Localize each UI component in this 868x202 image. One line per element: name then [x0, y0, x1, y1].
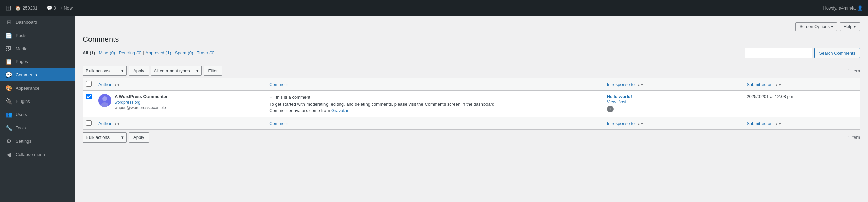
sidebar-item-posts[interactable]: 📄 Posts — [0, 29, 75, 42]
comments-table: Author ▲▼ Comment In response to ▲▼ Subm… — [83, 78, 860, 130]
submitted-date: 2025/02/01 at 12:08 pm — [747, 94, 793, 99]
select-all-footer — [83, 117, 95, 130]
response-badge: 1 — [607, 106, 614, 112]
main-content: Screen Options ▾ Help ▾ Comments All (1)… — [75, 16, 868, 202]
sort-arrows-author: ▲▼ — [114, 84, 120, 87]
comment-line-2: To get started with moderating, editing,… — [269, 102, 496, 107]
comment-line-3-prefix: Commenter avatars come from — [269, 108, 331, 113]
user-avatar[interactable]: 👤 — [857, 5, 863, 11]
pages-icon: 📋 — [5, 58, 12, 65]
sidebar-item-appearance[interactable]: 🎨 Appearance — [0, 81, 75, 95]
comments-count[interactable]: 💬 0 — [47, 5, 56, 11]
sort-arrows-author-footer: ▲▼ — [114, 123, 120, 126]
tools-icon: 🔧 — [5, 125, 12, 131]
sidebar-item-label: Users — [16, 112, 27, 117]
sidebar-item-settings[interactable]: ⚙ Settings — [0, 134, 75, 148]
comment-type-filter[interactable]: All comment types ▾ — [151, 66, 202, 76]
chevron-down-icon: ▾ — [196, 68, 199, 73]
media-icon: 🖼 — [5, 45, 12, 52]
bulk-actions-bottom-select[interactable]: Bulk actions ▾ — [83, 132, 127, 143]
collapse-icon: ◀ — [5, 151, 12, 158]
response-cell: Hello world! View Post 1 — [604, 91, 744, 117]
gravatar-link[interactable]: Gravatar — [331, 108, 348, 113]
bottom-toolbar: Bulk actions ▾ Apply 1 item — [83, 132, 860, 143]
select-all-header — [83, 78, 95, 91]
site-name[interactable]: 🏠 250201 — [15, 5, 37, 11]
sidebar-item-label: Plugins — [16, 99, 30, 104]
view-post-link[interactable]: View Post — [607, 99, 627, 104]
select-all-footer-checkbox[interactable] — [86, 120, 92, 126]
new-item-button[interactable]: + New — [60, 5, 73, 11]
author-cell: A WordPress Commenter wordpress.org wapu… — [95, 91, 266, 117]
row-checkbox[interactable] — [86, 94, 92, 99]
search-comments-button[interactable]: Search Comments — [814, 48, 860, 58]
apply-button[interactable]: Apply — [129, 66, 149, 76]
filter-button[interactable]: Filter — [204, 66, 222, 76]
collapse-menu-button[interactable]: ◀ Collapse menu — [0, 148, 75, 161]
top-bar: Screen Options ▾ Help ▾ — [83, 22, 860, 31]
sidebar-item-label: Posts — [16, 33, 27, 38]
home-icon: 🏠 — [15, 5, 21, 11]
page-title: Comments — [83, 35, 860, 44]
search-input[interactable] — [745, 48, 812, 58]
filter-links: All (1) | Mine (0) | Pending (0) | Appro… — [83, 50, 215, 55]
sidebar-item-tools[interactable]: 🔧 Tools — [0, 121, 75, 134]
comment-cell: Hi, this is a comment. To get started wi… — [266, 91, 603, 117]
filter-all[interactable]: All (1) — [83, 50, 95, 55]
sidebar-item-pages[interactable]: 📋 Pages — [0, 55, 75, 68]
select-all-checkbox[interactable] — [86, 81, 92, 87]
top-toolbar: Bulk actions ▾ Apply All comment types ▾… — [83, 66, 860, 76]
collapse-label: Collapse menu — [16, 152, 45, 157]
sort-arrows-submitted-footer: ▲▼ — [775, 123, 781, 126]
sidebar-item-label: Appearance — [16, 86, 39, 91]
response-title-link[interactable]: Hello world! — [607, 94, 632, 99]
toolbar-left: Bulk actions ▾ Apply All comment types ▾… — [83, 66, 222, 76]
comment-footer-header: Comment — [266, 117, 603, 130]
apply-bottom-button[interactable]: Apply — [129, 132, 149, 143]
sidebar-item-label: Pages — [16, 59, 28, 64]
sidebar-item-comments[interactable]: 💬 Comments — [0, 68, 75, 81]
submitted-footer-header[interactable]: Submitted on ▲▼ — [743, 117, 860, 130]
comment-icon: 💬 — [47, 5, 52, 11]
filter-pending[interactable]: Pending (0) — [119, 50, 142, 55]
help-button[interactable]: Help ▾ — [840, 22, 860, 31]
sidebar-item-label: Tools — [16, 125, 26, 130]
comment-line-1: Hi, this is a comment. — [269, 95, 311, 100]
comment-text: Hi, this is a comment. To get started wi… — [269, 94, 600, 114]
appearance-icon: 🎨 — [5, 85, 12, 91]
comments-icon: 💬 — [5, 72, 12, 78]
filter-mine[interactable]: Mine (0) — [99, 50, 115, 55]
item-count-top: 1 item — [848, 68, 860, 73]
author-footer-header[interactable]: Author ▲▼ — [95, 117, 266, 130]
author-avatar — [98, 94, 111, 107]
chevron-down-icon: ▾ — [121, 68, 124, 73]
filter-spam[interactable]: Spam (0) — [175, 50, 193, 55]
sidebar-item-dashboard[interactable]: ⊞ Dashboard — [0, 16, 75, 29]
sidebar-item-media[interactable]: 🖼 Media — [0, 42, 75, 55]
response-footer-header[interactable]: In response to ▲▼ — [604, 117, 744, 130]
posts-icon: 📄 — [5, 32, 12, 39]
author-url[interactable]: wordpress.org — [115, 100, 168, 105]
submitted-column-header[interactable]: Submitted on ▲▼ — [743, 78, 860, 91]
search-row: Search Comments — [745, 48, 860, 58]
submitted-cell: 2025/02/01 at 12:08 pm — [743, 91, 860, 117]
sort-arrows-submitted: ▲▼ — [775, 84, 781, 87]
screen-options-button[interactable]: Screen Options ▾ — [795, 22, 837, 31]
response-column-header[interactable]: In response to ▲▼ — [604, 78, 744, 91]
admin-bar: ⊞ 🏠 250201 | 💬 0 + New Howdy, a4mm4a 👤 — [0, 0, 868, 16]
users-icon: 👥 — [5, 111, 12, 118]
plugins-icon: 🔌 — [5, 98, 12, 105]
dashboard-icon: ⊞ — [5, 19, 12, 25]
sidebar-item-users[interactable]: 👥 Users — [0, 108, 75, 121]
item-count-bottom: 1 item — [848, 135, 860, 140]
filter-approved[interactable]: Approved (1) — [145, 50, 171, 55]
author-email[interactable]: wapuu@wordpress.example — [115, 105, 168, 110]
wp-logo-icon[interactable]: ⊞ — [5, 4, 11, 12]
sort-arrows-response: ▲▼ — [637, 84, 644, 87]
bulk-actions-select[interactable]: Bulk actions ▾ — [83, 66, 127, 76]
author-column-header[interactable]: Author ▲▼ — [95, 78, 266, 91]
table-row: A WordPress Commenter wordpress.org wapu… — [83, 91, 860, 117]
sidebar-item-plugins[interactable]: 🔌 Plugins — [0, 95, 75, 108]
chevron-down-icon-bottom: ▾ — [121, 135, 124, 140]
filter-trash[interactable]: Trash (0) — [197, 50, 215, 55]
